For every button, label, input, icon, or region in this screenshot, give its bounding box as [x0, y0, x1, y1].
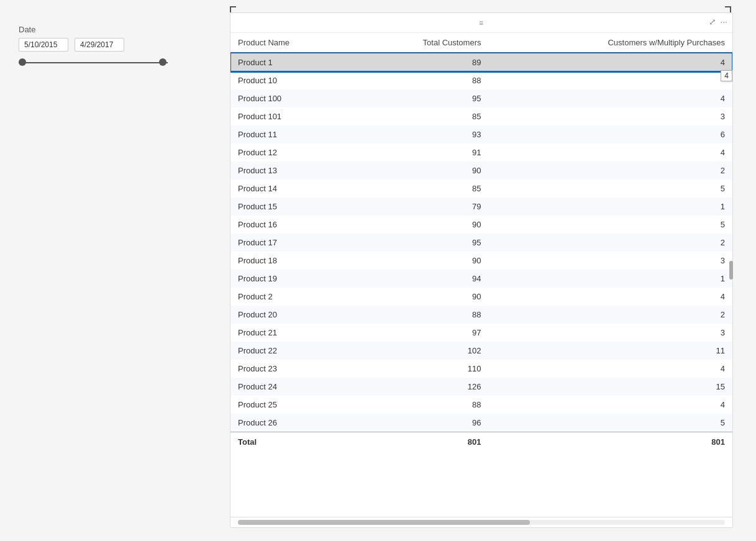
cell-multiply-purchases: 1 — [488, 198, 732, 216]
cell-total-customers: 94 — [353, 270, 489, 288]
cell-total-customers: 90 — [353, 161, 489, 180]
cell-multiply-purchases: 4 — [488, 396, 732, 414]
horizontal-scrollbar[interactable] — [238, 520, 725, 525]
cell-multiply-purchases: 4 — [488, 360, 732, 378]
table-row[interactable]: Product 20882 — [230, 306, 732, 324]
cell-total-customers: 97 — [353, 324, 489, 342]
cell-total-customers: 88 — [353, 306, 489, 324]
table-row[interactable]: Product 13902 — [230, 161, 732, 180]
tooltip-badge: 4 — [721, 70, 732, 81]
cell-total-customers: 96 — [353, 414, 489, 432]
cell-total-customers: 90 — [353, 252, 489, 270]
slider-thumb-right[interactable] — [159, 58, 166, 66]
cell-total-customers: 90 — [353, 216, 489, 234]
col-header-product-name: Product Name — [230, 33, 353, 53]
cell-total-customers: 126 — [353, 378, 489, 396]
cell-total-customers: 79 — [353, 198, 489, 216]
horizontal-scrollbar-thumb — [238, 520, 530, 525]
total-row: Total 801 801 — [230, 432, 732, 452]
table-row[interactable]: Product 18903 — [230, 252, 732, 270]
cell-multiply-purchases: 3 — [488, 252, 732, 270]
cell-product-name: Product 16 — [230, 216, 353, 234]
more-options-icon[interactable]: ··· — [720, 17, 727, 27]
cell-total-customers: 85 — [353, 107, 489, 125]
table-widget: ≡ ⤢ ··· Product Name Total Customers Cus… — [230, 12, 733, 528]
cell-product-name: Product 22 — [230, 342, 353, 360]
table-row[interactable]: Product 10884 — [230, 71, 732, 89]
cell-multiply-purchases: 4 — [488, 143, 732, 161]
cell-product-name: Product 18 — [230, 252, 353, 270]
date-filter: Date 5/10/2015 4/29/2017 — [19, 25, 199, 69]
cell-product-name: Product 1 — [230, 53, 353, 71]
cell-total-customers: 95 — [353, 234, 489, 252]
cell-multiply-purchases: 4 — [488, 71, 732, 89]
table-row[interactable]: Product 21973 — [230, 324, 732, 342]
table-row[interactable]: Product 17952 — [230, 234, 732, 252]
table-row[interactable]: Product 2210211 — [230, 342, 732, 360]
total-customers-value: 801 — [353, 432, 489, 452]
data-table: Product Name Total Customers Customers w… — [230, 33, 732, 452]
resize-handle-right[interactable] — [729, 261, 733, 280]
date-slider[interactable] — [19, 57, 168, 69]
total-label: Total — [230, 432, 353, 452]
table-container[interactable]: Product Name Total Customers Customers w… — [230, 33, 732, 517]
cell-product-name: Product 19 — [230, 270, 353, 288]
cell-product-name: Product 21 — [230, 324, 353, 342]
cell-product-name: Product 12 — [230, 143, 353, 161]
cell-multiply-purchases: 2 — [488, 306, 732, 324]
slider-fill — [19, 62, 168, 63]
table-row[interactable]: Product 101853 — [230, 107, 732, 125]
cell-product-name: Product 20 — [230, 306, 353, 324]
table-row[interactable]: Product 25884 — [230, 396, 732, 414]
cell-multiply-purchases: 3 — [488, 107, 732, 125]
cell-total-customers: 95 — [353, 89, 489, 107]
drag-handle-icon[interactable]: ≡ — [479, 19, 484, 27]
date-start-input[interactable]: 5/10/2015 — [19, 38, 68, 52]
table-row[interactable]: Product 26965 — [230, 414, 732, 432]
cell-multiply-purchases: 2 — [488, 234, 732, 252]
date-end-input[interactable]: 4/29/2017 — [75, 38, 124, 52]
table-row[interactable]: Product 11936 — [230, 125, 732, 143]
cell-multiply-purchases: 3 — [488, 324, 732, 342]
cell-multiply-purchases: 5 — [488, 180, 732, 198]
corner-tl — [230, 6, 236, 12]
widget-header: ≡ ⤢ ··· — [230, 13, 732, 33]
expand-icon[interactable]: ⤢ — [709, 17, 716, 27]
cell-product-name: Product 23 — [230, 360, 353, 378]
cell-product-name: Product 101 — [230, 107, 353, 125]
cell-multiply-purchases: 5 — [488, 414, 732, 432]
cell-product-name: Product 11 — [230, 125, 353, 143]
table-row[interactable]: Product 100954 — [230, 89, 732, 107]
cell-product-name: Product 25 — [230, 396, 353, 414]
cell-multiply-purchases: 4 — [488, 89, 732, 107]
cell-multiply-purchases: 2 — [488, 161, 732, 180]
table-row[interactable]: Product 16905 — [230, 216, 732, 234]
col-header-multiply-purchases: Customers w/Multiply Purchases — [488, 33, 732, 53]
cell-multiply-purchases: 11 — [488, 342, 732, 360]
cell-product-name: Product 14 — [230, 180, 353, 198]
table-body: Product 1894Product 10884Product 100954P… — [230, 53, 732, 432]
cell-product-name: Product 10 — [230, 71, 353, 89]
table-row[interactable]: Product 1894 — [230, 53, 732, 71]
cell-product-name: Product 2 — [230, 288, 353, 306]
slider-thumb-left[interactable] — [19, 58, 26, 66]
cell-total-customers: 93 — [353, 125, 489, 143]
table-row[interactable]: Product 14855 — [230, 180, 732, 198]
table-row[interactable]: Product 19941 — [230, 270, 732, 288]
cell-product-name: Product 100 — [230, 89, 353, 107]
cell-product-name: Product 17 — [230, 234, 353, 252]
date-inputs: 5/10/2015 4/29/2017 — [19, 38, 199, 52]
date-label: Date — [19, 25, 199, 34]
table-row[interactable]: Product 15791 — [230, 198, 732, 216]
table-row[interactable]: Product 2412615 — [230, 378, 732, 396]
table-row[interactable]: Product 231104 — [230, 360, 732, 378]
table-footer — [230, 517, 732, 527]
cell-total-customers: 90 — [353, 288, 489, 306]
cell-product-name: Product 15 — [230, 198, 353, 216]
table-row[interactable]: Product 2904 — [230, 288, 732, 306]
cell-total-customers: 88 — [353, 396, 489, 414]
corner-tr — [725, 6, 731, 12]
table-row[interactable]: Product 12914 — [230, 143, 732, 161]
cell-total-customers: 88 — [353, 71, 489, 89]
cell-product-name: Product 26 — [230, 414, 353, 432]
